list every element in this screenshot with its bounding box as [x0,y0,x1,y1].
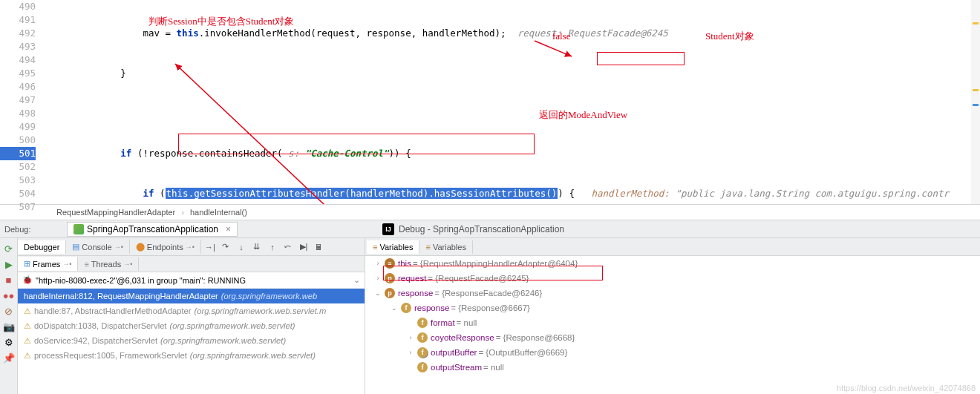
redbox-handlermethod [597,52,685,65]
frames-list[interactable]: handleInternal:812, RequestMappingHandle… [18,289,365,394]
debug-window-title: IJ Debug - SpringAopTranscationApplicati… [382,223,564,235]
settings-button[interactable]: ⚙ [1,335,16,349]
thread-selector[interactable]: 🐞 "http-nio-8080-exec-2"@6,031 in group … [18,272,365,289]
tab-variables-2[interactable]: ≡Variables [419,240,472,254]
breadcrumb-class[interactable]: RequestMappingHandlerAdapter [53,208,178,217]
evaluate-button[interactable]: 🖩 [312,240,327,255]
code-area[interactable]: mav = this.invokeHandlerMethod(request, … [45,0,980,204]
variable-icon: f [417,318,428,328]
debug-toolstrip: ⟳ ▶ ■ ●● ⊘ 📷 ⚙ 📌 [0,238,18,394]
code-editor[interactable]: 4904914924934944954964974984995005015025… [0,0,980,204]
debug-header: Debug: SpringAopTranscationApplication ×… [0,220,980,238]
expand-toggle[interactable]: ⌄ [389,304,399,312]
get-thread-dump-button[interactable]: 📷 [1,319,16,334]
variable-row[interactable]: ⌄fresponse = {Response@6667} [365,301,980,315]
variable-row[interactable]: fformat = null [365,315,980,330]
chevron-down-icon[interactable]: ⌄ [353,275,360,285]
gutter: 4904914924934944954964974984995005015025… [0,0,45,204]
step-out-button[interactable]: ↑ [265,240,280,255]
step-into-button[interactable]: ↓ [234,240,249,255]
drop-frame-button[interactable]: ⤺ [281,240,295,255]
stack-frame[interactable]: ⚠doDispatch:1038, DispatcherServlet (org… [18,318,365,333]
selected-expression[interactable]: this.getSessionAttributesHandler(handler… [166,188,558,199]
svg-line-1 [175,64,392,204]
variable-icon: p [385,273,395,283]
variable-row[interactable]: ›≡this = {RequestMappingHandlerAdapter@6… [365,256,980,271]
svg-line-0 [535,41,572,56]
variables-tree[interactable]: ›≡this = {RequestMappingHandlerAdapter@6… [365,256,980,394]
variable-row[interactable]: foutputStream = null [365,360,980,375]
variable-icon: f [417,332,428,343]
rerun-button[interactable]: ⟳ [1,241,16,256]
tab-variables-1[interactable]: ≡Variables [367,240,419,254]
tab-frames[interactable]: ⊞Frames→• [18,257,78,271]
variable-icon: ≡ [385,258,395,269]
expand-toggle[interactable]: › [405,334,416,341]
stack-frame[interactable]: handleInternal:812, RequestMappingHandle… [18,289,365,303]
intellij-icon: IJ [382,223,394,235]
stack-frame[interactable]: ⚠processRequest:1005, FrameworkServlet (… [18,348,365,363]
expand-toggle[interactable]: › [373,260,383,267]
close-icon[interactable]: × [221,224,231,234]
expand-toggle[interactable]: › [373,275,383,282]
run-config-tab[interactable]: SpringAopTranscationApplication × [67,222,238,237]
expand-toggle[interactable]: ⌄ [373,289,383,297]
show-exec-point-button[interactable]: →| [203,240,218,255]
force-step-into-button[interactable]: ⇊ [249,240,264,255]
pin-button[interactable]: 📌 [1,350,16,365]
variable-row[interactable]: ›fcoyoteResponse = {Response@6668} [365,330,980,345]
step-over-button[interactable]: ↷ [218,240,233,255]
variable-icon: p [385,288,395,298]
variable-icon: f [417,347,428,358]
spring-boot-icon [74,224,84,234]
tab-threads[interactable]: ≡Threads→• [78,257,139,271]
mute-breakpoints-button[interactable]: ⊘ [1,303,16,318]
expand-toggle[interactable]: › [405,349,416,356]
stop-button[interactable]: ■ [1,272,16,287]
tab-endpoints[interactable]: ⬤Endpoints→• [130,240,201,254]
chevron-right-icon: › [178,208,187,217]
stack-frame[interactable]: ⚠doService:942, DispatcherServlet (org.s… [18,333,365,348]
variable-row[interactable]: ›foutputBuffer = {OutputBuffer@6669} [365,345,980,360]
tab-debugger[interactable]: Debugger [18,240,66,254]
thread-icon: 🐞 [22,275,33,285]
variable-row[interactable]: ⌄presponse = {ResponseFacade@6246} [365,286,980,301]
variable-icon: f [401,303,411,313]
breadcrumb[interactable]: RequestMappingHandlerAdapter › handleInt… [0,204,980,220]
debug-label: Debug: [0,225,45,234]
run-to-cursor-button[interactable]: ▶| [296,240,311,255]
breadcrumb-method[interactable]: handleInternal() [187,208,250,217]
debugger-tabbar: Debugger ▤Console→• ⬤Endpoints→• →| ↷ ↓ … [18,238,365,256]
variable-icon: f [417,362,428,372]
stack-frame[interactable]: ⚠handle:87, AbstractHandlerMethodAdapter… [18,303,365,318]
marker-bar[interactable] [971,0,980,204]
tab-console[interactable]: ▤Console→• [66,240,130,254]
resume-button[interactable]: ▶ [1,257,16,272]
variable-row[interactable]: ›prequest = {RequestFacade@6245} [365,271,980,286]
view-breakpoints-button[interactable]: ●● [1,288,16,303]
